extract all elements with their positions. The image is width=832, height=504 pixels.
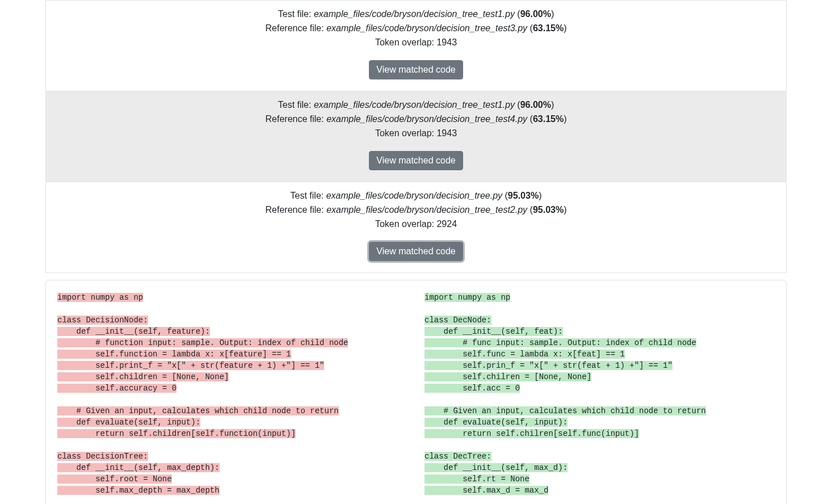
results-container: Test file: example_files/code/bryson/dec… [45, 0, 787, 504]
code-line: class DecNode: [425, 316, 491, 325]
reference-file-path: example_files/code/bryson/decision_tree_… [326, 23, 527, 33]
test-file-pct: 96.00% [520, 100, 551, 110]
test-file-line: Test file: example_files/code/bryson/dec… [57, 7, 775, 21]
token-overlap-line: Token overlap: 1943 [57, 36, 775, 49]
code-line: self.acc = 0 [425, 384, 520, 393]
code-line: def evaluate(self, input): [425, 418, 568, 427]
test-file-pct: 96.00% [520, 9, 551, 19]
result-block-0: Test file: example_files/code/bryson/dec… [45, 0, 787, 91]
reference-file-label: Reference file: [266, 205, 327, 215]
reference-file-pct: 95.03% [533, 205, 564, 215]
token-overlap-line: Token overlap: 2924 [57, 217, 775, 231]
code-line: import numpy as np [425, 293, 510, 302]
token-overlap-line: Token overlap: 1943 [57, 127, 775, 140]
token-overlap-label: Token overlap: [375, 219, 437, 229]
code-line: self.root = None [57, 474, 172, 484]
code-line: self.accuracy = 0 [57, 384, 177, 393]
token-overlap-value: 2924 [436, 219, 457, 229]
matched-code-panel: import numpy as np class DecisionNode: d… [45, 280, 787, 504]
test-file-path: example_files/code/bryson/decision_tree.… [326, 191, 502, 200]
code-line: import numpy as np [57, 293, 143, 302]
code-line: self.rt = None [425, 474, 530, 484]
code-line: class DecisionNode: [57, 316, 148, 325]
reference-file-path: example_files/code/bryson/decision_tree_… [326, 205, 527, 215]
code-line: return self.chilren[self.func(input)] [425, 429, 639, 438]
reference-file-line: Reference file: example_files/code/bryso… [57, 22, 775, 35]
code-line: self.prin_f = "x[" + str(feat + 1) +"] =… [425, 361, 673, 370]
reference-file-line: Reference file: example_files/code/bryso… [57, 112, 775, 126]
token-overlap-label: Token overlap: [375, 37, 437, 47]
view-matched-code-button[interactable]: View matched code [369, 60, 463, 79]
result-block-2: Test file: example_files/code/bryson/dec… [45, 182, 787, 273]
test-file-path: example_files/code/bryson/decision_tree_… [314, 9, 515, 19]
test-file-line: Test file: example_files/code/bryson/dec… [57, 98, 775, 112]
code-line: self.chilren = [None, None] [425, 372, 591, 381]
test-file-path: example_files/code/bryson/decision_tree_… [314, 100, 515, 110]
test-file-label: Test file: [278, 9, 314, 19]
code-line: def __init__(self, max_d): [425, 463, 568, 472]
reference-file-label: Reference file: [266, 23, 327, 33]
reference-file-path: example_files/code/bryson/decision_tree_… [326, 114, 527, 124]
code-line: self.print_f = "x[" + str(feature + 1) +… [57, 361, 324, 370]
test-file-label: Test file: [278, 100, 314, 110]
code-line: self.children = [None, None] [57, 372, 229, 381]
code-line: def __init__(self, feature): [57, 327, 210, 336]
reference-file-pct: 63.15% [533, 23, 564, 33]
reference-file-label: Reference file: [266, 114, 327, 124]
code-column-right: import numpy as np class DecNode: def __… [425, 292, 775, 496]
token-overlap-label: Token overlap: [375, 128, 437, 138]
code-line: self.function = lambda x: x[feature] == … [57, 350, 291, 359]
test-file-label: Test file: [291, 191, 326, 200]
view-matched-code-button[interactable]: View matched code [369, 242, 463, 261]
test-file-line: Test file: example_files/code/bryson/dec… [57, 189, 775, 203]
code-line: def evaluate(self, input): [57, 418, 200, 427]
code-line: self.max_d = max_d [425, 486, 548, 495]
token-overlap-value: 1943 [436, 128, 457, 138]
view-matched-code-button[interactable]: View matched code [369, 151, 463, 170]
code-line: self.func = lambda x: x[feat] == 1 [425, 350, 625, 359]
result-block-1: Test file: example_files/code/bryson/dec… [45, 91, 787, 182]
code-line: # function input: sample. Output: index … [57, 338, 348, 347]
code-line: # Given an input, calculates which child… [57, 406, 339, 415]
reference-file-pct: 63.15% [533, 114, 564, 124]
code-column-left: import numpy as np class DecisionNode: d… [57, 292, 407, 496]
code-line: class DecTree: [425, 452, 491, 461]
code-line: class DecisionTree: [57, 452, 148, 461]
code-line: def __init__(self, feat): [425, 327, 563, 336]
code-line: self.max_depth = max_depth [57, 486, 220, 495]
code-line: return self.children[self.function(input… [57, 429, 296, 438]
code-line: # func input: sample. Output: index of c… [425, 338, 696, 347]
test-file-pct: 95.03% [508, 191, 539, 200]
code-line: def __init__(self, max_depth): [57, 463, 220, 472]
token-overlap-value: 1943 [436, 37, 457, 47]
code-line: # Given an input, calculates which child… [425, 406, 706, 415]
reference-file-line: Reference file: example_files/code/bryso… [57, 203, 775, 217]
